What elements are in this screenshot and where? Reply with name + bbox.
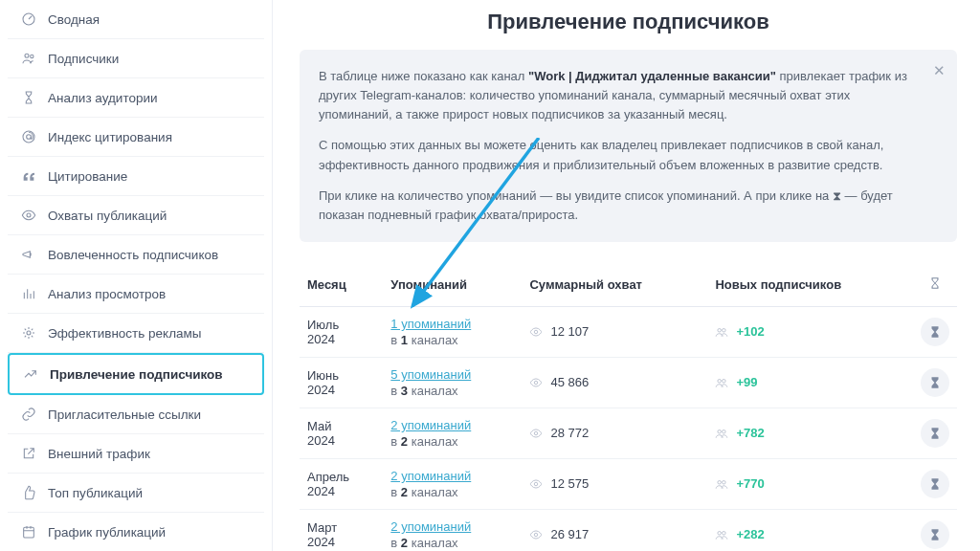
- sidebar-item-label: Цитирование: [48, 169, 127, 184]
- sidebar-item-0[interactable]: Сводная: [8, 0, 264, 39]
- sidebar-item-11[interactable]: Внешний трафик: [8, 434, 264, 474]
- col-subs: Новых подписчиков: [707, 267, 913, 307]
- thumb-icon: [21, 485, 36, 500]
- sidebar-item-label: Пригласительные ссылки: [48, 408, 201, 422]
- eye-icon: [529, 325, 543, 339]
- people-icon: [715, 477, 728, 491]
- eye-icon: [21, 208, 36, 223]
- sidebar-item-10[interactable]: Пригласительные ссылки: [8, 395, 264, 434]
- cell-subs: +282: [707, 509, 913, 551]
- cell-hourglass: [913, 509, 957, 551]
- sidebar-item-label: Анализ аудитории: [48, 91, 158, 105]
- sidebar-item-label: Анализ просмотров: [48, 287, 166, 301]
- sidebar-item-8[interactable]: Эффективность рекламы: [8, 314, 264, 353]
- sidebar-item-label: Привлечение подписчиков: [50, 367, 223, 382]
- info-paragraph-3: При клике на количество упоминаний — вы …: [319, 187, 915, 225]
- mentions-link[interactable]: 5 упоминаний: [390, 367, 471, 382]
- sidebar-item-label: Внешний трафик: [48, 447, 150, 461]
- people-icon: [715, 427, 728, 440]
- sidebar-item-3[interactable]: Индекс цитирования: [8, 118, 264, 157]
- sidebar-item-5[interactable]: Охваты публикаций: [8, 196, 264, 235]
- cell-month: Апрель2024: [300, 458, 383, 509]
- hourglass-button[interactable]: [921, 470, 949, 498]
- table-row: Март20242 упоминанийв 2 каналах26 917+28…: [300, 509, 957, 551]
- sidebar-item-label: Сводная: [48, 12, 100, 27]
- sidebar-item-label: Подписчики: [48, 52, 119, 66]
- cell-month: Июль2024: [300, 306, 383, 357]
- sidebar-item-2[interactable]: Анализ аудитории: [8, 78, 264, 118]
- sidebar-item-label: График публикаций: [48, 525, 166, 540]
- table-row: Апрель20242 упоминанийв 2 каналах12 575+…: [300, 458, 957, 509]
- close-icon[interactable]: ✕: [933, 59, 946, 81]
- people-icon: [715, 376, 728, 389]
- mentions-link[interactable]: 2 упоминаний: [390, 519, 471, 534]
- mentions-link[interactable]: 1 упоминаний: [390, 317, 471, 331]
- cell-reach: 26 917: [522, 509, 707, 551]
- info-paragraph-2: С помощью этих данных вы можете оценить …: [319, 136, 915, 174]
- cell-reach: 28 772: [522, 408, 707, 458]
- people-icon: [715, 325, 728, 339]
- cell-month: Май2024: [300, 408, 383, 458]
- page-title: Привлечение подписчиков: [300, 10, 957, 34]
- table-row: Май20242 упоминанийв 2 каналах28 772+782: [300, 408, 957, 458]
- gear-icon: [21, 325, 36, 341]
- cell-reach: 45 866: [522, 357, 707, 408]
- trend-icon: [23, 366, 38, 382]
- sidebar-item-label: Топ публикаций: [48, 486, 143, 500]
- col-reach: Суммарный охват: [522, 267, 707, 307]
- users-icon: [21, 51, 36, 66]
- eye-icon: [529, 427, 543, 440]
- sidebar-item-label: Эффективность рекламы: [48, 326, 202, 341]
- hourglass-icon: [21, 90, 36, 105]
- info-paragraph-1: В таблице ниже показано как канал "Work …: [319, 67, 915, 124]
- sidebar-item-13[interactable]: График публикаций: [8, 513, 264, 551]
- cell-hourglass: [913, 408, 957, 458]
- cell-hourglass: [913, 458, 957, 509]
- info-box: ✕ В таблице ниже показано как канал "Wor…: [300, 50, 957, 242]
- cell-mentions: 5 упоминанийв 3 каналах: [383, 357, 522, 408]
- quote-icon: [21, 168, 36, 184]
- cell-subs: +782: [707, 408, 913, 458]
- eye-icon: [529, 376, 543, 389]
- cell-subs: +770: [707, 458, 913, 509]
- sidebar-item-1[interactable]: Подписчики: [8, 39, 264, 78]
- data-table: Месяц Упоминаний Суммарный охват Новых п…: [300, 267, 957, 551]
- external-icon: [21, 446, 36, 461]
- mentions-link[interactable]: 2 упоминаний: [390, 469, 471, 483]
- people-icon: [715, 528, 728, 541]
- sidebar: СводнаяПодписчикиАнализ аудиторииИндекс …: [0, 0, 273, 551]
- sidebar-item-label: Вовлеченность подписчиков: [48, 248, 218, 262]
- col-month: Месяц: [300, 267, 383, 307]
- hourglass-button[interactable]: [921, 419, 949, 448]
- cell-hourglass: [913, 306, 957, 357]
- sidebar-item-6[interactable]: Вовлеченность подписчиков: [8, 235, 264, 275]
- cell-month: Июнь2024: [300, 357, 383, 408]
- bars-icon: [21, 286, 36, 301]
- col-hourglass-icon: [913, 267, 957, 307]
- sidebar-item-9[interactable]: Привлечение подписчиков: [8, 353, 264, 395]
- hourglass-button[interactable]: [921, 368, 949, 397]
- cell-reach: 12 575: [522, 458, 707, 509]
- cell-mentions: 1 упоминанийв 1 каналах: [383, 306, 522, 357]
- cell-month: Март2024: [300, 509, 383, 551]
- cell-reach: 12 107: [522, 306, 707, 357]
- hourglass-button[interactable]: [921, 318, 949, 346]
- sidebar-item-7[interactable]: Анализ просмотров: [8, 275, 264, 314]
- cell-mentions: 2 упоминанийв 2 каналах: [383, 458, 522, 509]
- cell-mentions: 2 упоминанийв 2 каналах: [383, 408, 522, 458]
- table-row: Июнь20245 упоминанийв 3 каналах45 866+99: [300, 357, 957, 408]
- hourglass-button[interactable]: [921, 520, 949, 549]
- megaphone-icon: [21, 247, 36, 262]
- sidebar-item-4[interactable]: Цитирование: [8, 157, 264, 196]
- calendar-icon: [21, 524, 36, 540]
- mentions-link[interactable]: 2 упоминаний: [390, 418, 471, 432]
- eye-icon: [529, 528, 543, 541]
- sidebar-item-label: Охваты публикаций: [48, 209, 167, 223]
- sidebar-item-label: Индекс цитирования: [48, 130, 172, 144]
- link-icon: [21, 407, 36, 422]
- main-content: Привлечение подписчиков ✕ В таблице ниже…: [273, 0, 980, 551]
- sidebar-item-12[interactable]: Топ публикаций: [8, 474, 264, 513]
- eye-icon: [529, 477, 543, 491]
- gauge-icon: [21, 11, 36, 27]
- col-mentions: Упоминаний: [383, 267, 522, 307]
